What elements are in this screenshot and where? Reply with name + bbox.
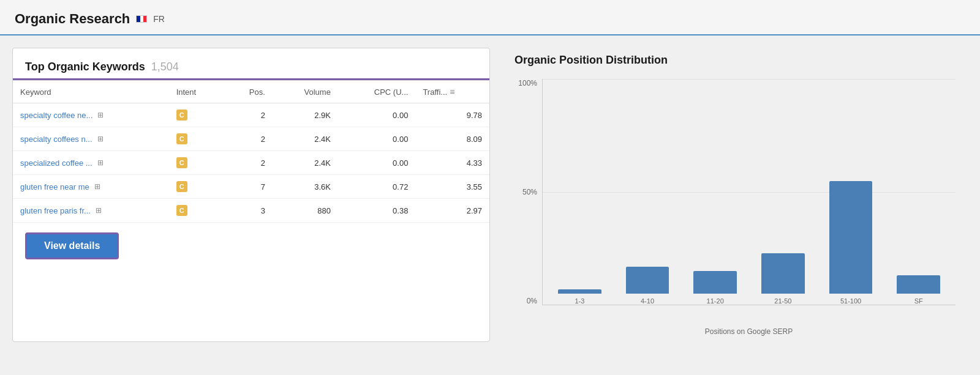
bar-21-50 (761, 253, 804, 294)
serp-icon-3[interactable]: ⊞ (94, 182, 100, 191)
y-label-0: 0% (527, 297, 537, 305)
keyword-link-3[interactable]: gluten free near me (20, 182, 89, 191)
traffic-cell-0: 9.78 (415, 103, 489, 127)
country-code: FR (153, 14, 165, 24)
intent-badge-2: C (176, 157, 187, 168)
cpc-cell-3: 0.72 (338, 175, 415, 199)
top-organic-keywords-panel: Top Organic Keywords 1,504 Keyword Inten… (12, 48, 490, 342)
keyword-link-2[interactable]: specialized coffee ... (20, 158, 92, 168)
bar-group-11-20: 11-20 (684, 79, 746, 305)
page-wrapper: Organic Research FR Top Organic Keywords… (0, 0, 980, 375)
volume-cell-3: 3.6K (273, 175, 338, 199)
bar-SF (897, 275, 940, 294)
serp-icon-4[interactable]: ⊞ (96, 206, 102, 215)
header: Organic Research FR (0, 0, 980, 35)
bar-group-SF: SF (888, 79, 949, 305)
intent-badge-0: C (176, 110, 187, 121)
pos-cell-1: 2 (224, 127, 272, 151)
bars-container: 1-34-1011-2021-5051-100SF (543, 79, 956, 305)
keyword-link-0[interactable]: specialty coffee ne... (20, 111, 92, 120)
pos-cell-4: 3 (224, 199, 272, 223)
col-cpc: CPC (U... (338, 81, 415, 103)
view-details-wrapper: View details (13, 223, 489, 259)
country-flag-icon (136, 15, 147, 23)
traffic-cell-1: 8.09 (415, 127, 489, 151)
table-row: gluten free near me ⊞ C 7 3.6K 0.72 3.55 (13, 175, 489, 199)
keywords-count: 1,504 (151, 61, 179, 73)
intent-cell-3: C (169, 175, 224, 199)
keyword-cell-1: specialty coffees n... ⊞ (13, 127, 169, 151)
bar-group-51-100: 51-100 (820, 79, 882, 305)
chart-title: Organic Position Distribution (514, 54, 956, 67)
panel-title: Top Organic Keywords (25, 61, 145, 73)
bar-label-11-20: 11-20 (707, 297, 724, 305)
intent-cell-0: C (169, 103, 224, 127)
keywords-table: Keyword Intent Pos. Volume CPC (U... Tra… (13, 80, 489, 223)
page-title-text: Organic Research (15, 11, 130, 27)
table-row: specialty coffee ne... ⊞ C 2 2.9K 0.00 9… (13, 103, 489, 127)
main-content: Top Organic Keywords 1,504 Keyword Inten… (0, 35, 980, 354)
volume-cell-4: 880 (273, 199, 338, 223)
serp-icon-2[interactable]: ⊞ (97, 158, 104, 167)
x-axis-title: Positions on Google SERP (542, 327, 956, 336)
intent-badge-4: C (176, 205, 187, 216)
organic-position-distribution-panel: Organic Position Distribution 100% 50% 0… (502, 48, 968, 342)
table-row: specialized coffee ... ⊞ C 2 2.4K 0.00 4… (13, 151, 489, 175)
keyword-cell-0: specialty coffee ne... ⊞ (13, 103, 169, 127)
bar-label-21-50: 21-50 (774, 297, 791, 305)
intent-cell-1: C (169, 127, 224, 151)
bar-1-3 (558, 289, 601, 294)
volume-cell-1: 2.4K (273, 127, 338, 151)
bar-group-4-10: 4-10 (617, 79, 679, 305)
bar-51-100 (829, 181, 872, 294)
view-details-button[interactable]: View details (25, 232, 119, 259)
volume-cell-0: 2.9K (273, 103, 338, 127)
pos-cell-2: 2 (224, 151, 272, 175)
table-row: gluten free paris fr... ⊞ C 3 880 0.38 2… (13, 199, 489, 223)
panel-header: Top Organic Keywords 1,504 (13, 61, 489, 80)
col-volume: Volume (273, 81, 338, 103)
filter-icon[interactable]: ≡ (450, 87, 454, 97)
volume-cell-2: 2.4K (273, 151, 338, 175)
bar-label-SF: SF (914, 297, 923, 305)
traffic-cell-4: 2.97 (415, 199, 489, 223)
intent-cell-4: C (169, 199, 224, 223)
serp-icon-0[interactable]: ⊞ (97, 111, 104, 119)
col-traffic: Traffi... ≡ (415, 81, 489, 103)
col-pos: Pos. (224, 81, 272, 103)
bar-label-4-10: 4-10 (641, 297, 654, 305)
keyword-link-1[interactable]: specialty coffees n... (20, 135, 92, 144)
traffic-cell-3: 3.55 (415, 175, 489, 199)
traffic-label: Traffi... (423, 87, 447, 97)
bar-11-20 (693, 271, 736, 294)
chart-area: 100% 50% 0% 1-34-1011-2021-5051-100SF Po… (514, 79, 956, 336)
cpc-cell-1: 0.00 (338, 127, 415, 151)
bar-label-1-3: 1-3 (575, 297, 584, 305)
cpc-cell-2: 0.00 (338, 151, 415, 175)
cpc-cell-4: 0.38 (338, 199, 415, 223)
traffic-cell-2: 4.33 (415, 151, 489, 175)
bar-group-21-50: 21-50 (752, 79, 814, 305)
y-axis-labels: 100% 50% 0% (514, 79, 542, 305)
col-keyword: Keyword (13, 81, 169, 103)
pos-cell-3: 7 (224, 175, 272, 199)
keyword-link-4[interactable]: gluten free paris fr... (20, 206, 91, 215)
bar-label-51-100: 51-100 (840, 297, 861, 305)
pos-cell-0: 2 (224, 103, 272, 127)
bar-4-10 (626, 267, 669, 294)
table-header-row: Keyword Intent Pos. Volume CPC (U... Tra… (13, 81, 489, 103)
col-intent: Intent (169, 81, 224, 103)
serp-icon-1[interactable]: ⊞ (97, 135, 104, 143)
keyword-cell-2: specialized coffee ... ⊞ (13, 151, 169, 175)
keyword-cell-3: gluten free near me ⊞ (13, 175, 169, 199)
intent-badge-1: C (176, 133, 187, 144)
table-row: specialty coffees n... ⊞ C 2 2.4K 0.00 8… (13, 127, 489, 151)
bar-group-1-3: 1-3 (549, 79, 611, 305)
intent-badge-3: C (176, 181, 187, 192)
keyword-cell-4: gluten free paris fr... ⊞ (13, 199, 169, 223)
intent-cell-2: C (169, 151, 224, 175)
y-label-50: 50% (522, 188, 537, 196)
y-label-100: 100% (518, 79, 537, 87)
cpc-cell-0: 0.00 (338, 103, 415, 127)
chart-plot: 1-34-1011-2021-5051-100SF (542, 79, 956, 305)
